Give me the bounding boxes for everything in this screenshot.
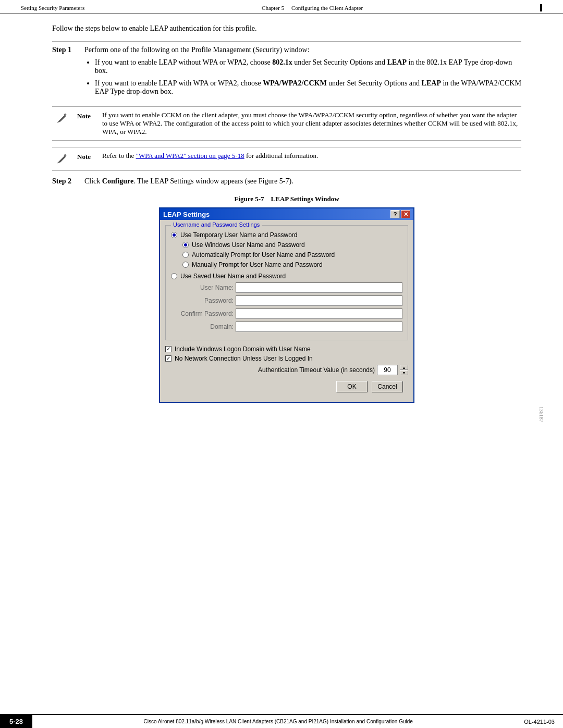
page-header: Setting Security Parameters Chapter 5 Co… (0, 0, 563, 14)
dialog-buttons: OK Cancel (165, 378, 408, 397)
bullet-1-text-middle: under Set Security Options and (292, 58, 387, 66)
username-password-group: Username and Password Settings Use Tempo… (165, 225, 408, 340)
domain-label: Domain: (171, 323, 234, 330)
confirm-password-input[interactable] (236, 309, 402, 319)
password-label: Password: (171, 297, 234, 304)
password-input[interactable] (236, 295, 402, 306)
header-chapter-info: Chapter 5 Configuring the Client Adapter (262, 5, 363, 11)
include-logon-domain-row[interactable]: ✓ Include Windows Logon Domain with User… (165, 346, 408, 353)
divider-top (52, 41, 521, 42)
checkbox-checkmark: ✓ (166, 347, 170, 352)
no-network-label: No Network Connection Unless User Is Log… (175, 355, 313, 362)
spin-down-button[interactable]: ▼ (400, 370, 408, 375)
intro-text: Follow the steps below to enable LEAP au… (52, 24, 521, 33)
step-2-label: Step 2 (52, 177, 77, 186)
note-icon-2 (52, 152, 71, 166)
radio-windows-input[interactable] (182, 242, 189, 248)
radio-temp-label: Use Temporary User Name and Password (180, 231, 298, 239)
radio-auto-input[interactable] (182, 252, 189, 258)
header-section-label: Setting Security Parameters (21, 5, 84, 11)
timeout-label: Authentication Timeout Value (in seconds… (258, 366, 375, 374)
note-2-text-before: Refer to the (102, 152, 136, 159)
main-content: Follow the steps below to enable LEAP au… (0, 14, 563, 423)
radio-saved-label: Use Saved User Name and Password (180, 273, 286, 280)
no-network-row[interactable]: ✓ No Network Connection Unless User Is L… (165, 355, 408, 362)
leap-window-title: LEAP Settings (163, 211, 210, 218)
help-button[interactable]: ? (390, 210, 400, 218)
header-bar (540, 4, 542, 11)
bullet-2-text-middle: under Set Security Options and (327, 79, 422, 87)
pencil-icon-2 (54, 152, 69, 166)
timeout-spinner[interactable]: ▲ ▼ (400, 365, 408, 375)
header-right (540, 4, 542, 11)
step-1-label: Step 1 (52, 46, 77, 100)
bullet-1-text-before: If you want to enable LEAP without WPA o… (95, 58, 272, 66)
radio-use-saved[interactable]: Use Saved User Name and Password (171, 273, 402, 280)
footer-right-text: OL-4211-03 (524, 719, 563, 725)
step-2-text-after: . The LEAP Settings window appears (see … (133, 177, 293, 185)
titlebar-buttons: ? ✕ (390, 210, 410, 218)
note-box-2: Note Refer to the "WPA and WPA2" section… (52, 147, 521, 171)
radio-temp-dot (173, 233, 176, 237)
leap-titlebar: LEAP Settings ? ✕ (160, 208, 413, 220)
radio-use-temporary[interactable]: Use Temporary User Name and Password (171, 231, 402, 239)
side-number: 136187 (538, 406, 544, 422)
bullet-1: If you want to enable LEAP without WPA o… (95, 58, 521, 75)
confirm-label: Confirm Password: (171, 310, 234, 317)
step-1: Step 1 Perform one of the following on t… (52, 46, 521, 100)
note-1-label: Note (77, 112, 96, 136)
step-1-content: Perform one of the following on the Prof… (84, 46, 521, 100)
bullet-1-bold2: LEAP (387, 58, 407, 66)
footer-center-text: Cisco Aironet 802.11a/b/g Wireless LAN C… (32, 719, 524, 724)
radio-manual-input[interactable] (182, 262, 189, 268)
step-1-bullets: If you want to enable LEAP without WPA o… (95, 58, 521, 96)
no-network-checkbox[interactable]: ✓ (165, 355, 172, 362)
page-footer: 5-28 Cisco Aironet 802.11a/b/g Wireless … (0, 714, 563, 728)
note-2-text: Refer to the "WPA and WPA2" section on p… (102, 152, 521, 166)
ok-button[interactable]: OK (336, 381, 368, 392)
confirm-password-field-row: Confirm Password: (171, 309, 402, 319)
step-2-text-before: Click (84, 177, 102, 185)
radio-auto-prompt[interactable]: Automatically Prompt for User Name and P… (182, 251, 402, 258)
cancel-button[interactable]: Cancel (372, 381, 403, 392)
note-box-1: Note If you want to enable CCKM on the c… (52, 106, 521, 141)
radio-saved-input[interactable] (171, 273, 177, 279)
radio-auto-label: Automatically Prompt for User Name and P… (192, 251, 335, 258)
spin-up-button[interactable]: ▲ (400, 365, 408, 370)
username-field-row: User Name: (171, 282, 402, 293)
radio-windows-dot (184, 243, 187, 246)
step-2-content: Click Configure. The LEAP Settings windo… (84, 177, 521, 186)
username-input[interactable] (236, 282, 402, 293)
bullet-1-bold1: 802.1x (272, 58, 292, 66)
radio-manual-label: Manually Prompt for User Name and Passwo… (192, 261, 323, 268)
radio-manual-prompt[interactable]: Manually Prompt for User Name and Passwo… (182, 261, 402, 268)
footer-page-num: 5-28 (0, 715, 32, 728)
timeout-input[interactable] (377, 365, 398, 375)
radio-temp-input[interactable] (171, 232, 177, 238)
figure-container: Figure 5-7 LEAP Settings Window LEAP Set… (52, 195, 521, 403)
radio-windows-label: Use Windows User Name and Password (192, 241, 305, 249)
note-2-text-after: for additional information. (244, 152, 319, 159)
figure-caption: Figure 5-7 LEAP Settings Window (234, 195, 339, 203)
password-field-row: Password: (171, 295, 402, 306)
note-2-label: Note (77, 153, 96, 166)
step-2-bold: Configure (102, 177, 133, 185)
bullet-2-text-before: If you want to enable LEAP with WPA or W… (95, 79, 263, 87)
leap-settings-window: LEAP Settings ? ✕ Username and Password … (159, 207, 414, 403)
radio-windows-name[interactable]: Use Windows User Name and Password (182, 241, 402, 249)
include-logon-domain-checkbox[interactable]: ✓ (165, 346, 172, 352)
figure-number: Figure 5-7 (234, 195, 264, 203)
bullet-2: If you want to enable LEAP with WPA or W… (95, 79, 521, 96)
step-2: Step 2 Click Configure. The LEAP Setting… (52, 177, 521, 186)
timeout-row: Authentication Timeout Value (in seconds… (165, 365, 408, 375)
pencil-icon (54, 111, 69, 126)
no-network-checkmark: ✓ (166, 356, 170, 361)
step-1-text: Perform one of the following on the Prof… (84, 46, 310, 54)
note-2-link[interactable]: "WPA and WPA2" section on page 5-18 (136, 152, 244, 159)
bullet-2-bold1: WPA/WPA2/CCKM (263, 79, 326, 87)
figure-caption-text: LEAP Settings Window (271, 195, 339, 203)
include-logon-domain-label: Include Windows Logon Domain with User N… (175, 346, 311, 353)
bullet-2-bold2: LEAP (422, 79, 441, 87)
close-button[interactable]: ✕ (401, 210, 410, 218)
domain-input[interactable] (236, 322, 402, 332)
